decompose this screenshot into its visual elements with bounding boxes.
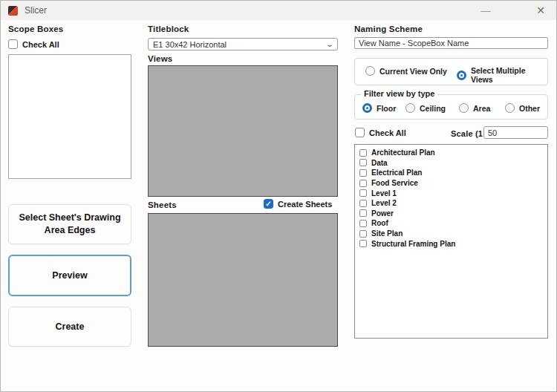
view-item-checkbox[interactable] [359,180,367,187]
radio-floor[interactable]: Floor [362,103,396,113]
view-item-checkbox[interactable] [359,209,367,217]
select-sheet-edges-button[interactable]: Select Sheet's Drawing Area Edges [8,204,131,244]
titleblock-label: Titleblock [148,24,189,33]
radio-select-multiple-views[interactable]: Select Multiple Views [457,66,547,84]
views-check-all-label: Check All [369,128,406,137]
view-list-item[interactable]: Power [359,209,543,219]
view-item-checkbox[interactable] [359,189,367,197]
view-item-label: Level 1 [371,189,397,197]
create-sheets-checkbox[interactable]: ✓ [264,199,273,209]
scope-boxes-label: Scope Boxes [8,24,63,33]
view-list-item[interactable]: Site Plan [359,229,543,239]
radio-current-view-only-circle[interactable] [365,66,375,76]
views-preview-canvas [148,65,338,197]
scope-check-all-label: Check All [22,40,59,49]
create-button[interactable]: Create [8,307,131,347]
naming-scheme-label: Naming Scheme [354,24,423,33]
view-item-label: Architectural Plan [371,148,435,157]
view-list-item[interactable]: Roof [359,218,543,229]
preview-button[interactable]: Preview [8,255,131,296]
window-title: Slicer [25,5,47,16]
views-check-all-checkbox[interactable] [355,128,365,137]
view-item-checkbox[interactable] [359,230,367,238]
radio-ceiling-circle[interactable] [405,103,415,113]
radio-area[interactable]: Area [459,103,490,113]
view-list-item[interactable]: Architectural Plan [359,148,543,158]
create-sheets-label: Create Sheets [278,200,332,209]
view-item-label: Structural Framing Plan [371,240,455,248]
radio-current-view-only[interactable]: Current View Only [365,66,447,76]
view-item-checkbox[interactable] [359,169,367,177]
radio-other-label: Other [519,104,540,113]
view-item-checkbox[interactable] [359,149,367,157]
radio-select-multiple-views-label: Select Multiple Views [471,66,547,84]
radio-select-multiple-views-circle[interactable] [457,71,466,80]
radio-other[interactable]: Other [505,103,540,113]
scale-input[interactable] [483,126,548,139]
radio-other-circle[interactable] [505,103,515,113]
view-list-item[interactable]: Food Service [359,178,543,189]
view-mode-group: Current View Only Select Multiple Views [354,58,548,85]
titleblock-dropdown[interactable]: E1 30x42 Horizontal ⌄ [148,38,338,50]
filter-view-group: Filter view by type Floor Ceiling Area O… [354,94,548,120]
view-item-label: Level 2 [371,199,397,207]
view-item-label: Site Plan [371,229,403,238]
slicer-window: Slicer — ✕ Scope Boxes Check All Select … [0,0,557,392]
view-item-label: Data [371,159,388,167]
titleblock-dropdown-value: E1 30x42 Horizontal [153,40,327,49]
sheets-preview-canvas [148,213,338,347]
radio-area-label: Area [473,104,490,113]
filter-view-label: Filter view by type [361,89,437,98]
scope-check-all-checkbox[interactable] [8,39,18,49]
view-item-checkbox[interactable] [359,159,367,166]
radio-floor-circle[interactable] [362,103,372,113]
minimize-icon[interactable]: — [475,1,497,20]
view-list-item[interactable]: Level 1 [359,188,543,198]
view-item-label: Food Service [371,179,418,187]
radio-ceiling[interactable]: Ceiling [405,103,446,113]
sheets-label: Sheets [148,200,177,209]
views-label: Views [148,54,172,63]
app-icon [8,6,18,16]
view-list-item[interactable]: Structural Framing Plan [359,238,543,249]
view-item-checkbox[interactable] [359,220,367,227]
titlebar: Slicer — ✕ [1,1,556,20]
scope-boxes-list[interactable] [8,54,131,179]
close-icon[interactable]: ✕ [530,1,552,20]
radio-ceiling-label: Ceiling [420,104,446,113]
create-sheets-toggle[interactable]: ✓ Create Sheets [264,199,332,209]
radio-floor-label: Floor [377,104,396,113]
naming-scheme-input[interactable] [354,37,548,49]
view-item-label: Electrical Plan [371,169,422,177]
radio-current-view-only-label: Current View Only [380,67,447,76]
scale-label: Scale (1: [451,129,486,138]
view-item-label: Roof [371,219,388,227]
view-list-item[interactable]: Electrical Plan [359,168,543,178]
view-list[interactable]: Architectural Plan Data Electrical Plan … [354,144,548,339]
radio-area-circle[interactable] [459,103,469,113]
view-item-label: Power [371,209,394,218]
view-item-checkbox[interactable] [359,240,367,247]
scope-check-all[interactable]: Check All [8,39,59,49]
views-check-all[interactable]: Check All [355,128,406,137]
chevron-down-icon: ⌄ [325,40,334,48]
view-item-checkbox[interactable] [359,200,367,207]
view-list-item[interactable]: Data [359,158,543,169]
view-list-item[interactable]: Level 2 [359,198,543,209]
